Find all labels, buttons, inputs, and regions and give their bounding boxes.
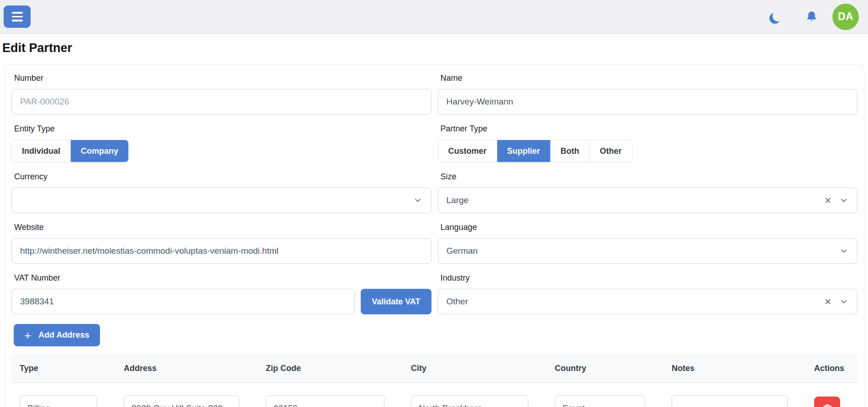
moon-icon — [773, 10, 784, 21]
add-address-label: Add Address — [38, 330, 89, 340]
add-address-button[interactable]: + Add Address — [14, 324, 100, 346]
website-input[interactable] — [11, 238, 431, 264]
menu-button[interactable] — [4, 5, 31, 28]
name-label: Name — [441, 73, 858, 83]
chevron-down-icon — [839, 246, 849, 256]
chevron-down-icon — [839, 195, 849, 205]
number-input[interactable] — [11, 89, 431, 115]
bell-icon — [805, 10, 818, 23]
number-field-group: Number — [11, 73, 431, 115]
partner-type-label: Partner Type — [441, 124, 858, 134]
industry-label: Industry — [441, 273, 858, 283]
dark-mode-toggle[interactable] — [766, 6, 788, 28]
addresses-table-header: Type Address Zip Code City Country Notes… — [11, 354, 857, 383]
size-field-group: Size Large ✕ — [438, 172, 858, 213]
column-header-actions: Actions — [806, 364, 857, 373]
entity-type-group: Entity Type Individual Company — [11, 124, 431, 162]
currency-label: Currency — [14, 172, 431, 182]
size-label: Size — [441, 172, 858, 182]
plus-icon: + — [24, 329, 31, 341]
vat-field-group: VAT Number Validate VAT — [11, 273, 431, 314]
column-header-type: Type — [11, 364, 116, 373]
partner-type-customer-button[interactable]: Customer — [438, 140, 497, 162]
chevron-down-icon — [629, 404, 637, 407]
language-field-group: Language German — [438, 223, 858, 264]
clear-x-icon[interactable]: ✕ — [824, 196, 831, 205]
address-type-select[interactable]: Billing — [20, 395, 97, 407]
size-select[interactable]: Large ✕ — [438, 188, 858, 213]
website-field-group: Website — [11, 223, 431, 264]
edit-partner-card: Number Name Entity Type Individual Compa… — [5, 64, 864, 407]
delete-address-button[interactable] — [814, 397, 840, 407]
currency-field-group: Currency — [11, 172, 431, 213]
topbar: DA — [0, 0, 868, 34]
entity-type-individual-button[interactable]: Individual — [12, 140, 71, 162]
address-type-value: Billing — [27, 403, 81, 407]
industry-value: Other — [447, 297, 825, 307]
entity-type-toggle: Individual Company — [11, 140, 129, 162]
industry-select[interactable]: Other ✕ — [438, 289, 858, 314]
chevron-down-icon — [839, 297, 849, 307]
validate-vat-button[interactable]: Validate VAT — [361, 289, 431, 314]
column-header-city: City — [403, 364, 547, 373]
addresses-table: Type Address Zip Code City Country Notes… — [11, 354, 857, 407]
website-label: Website — [14, 223, 431, 232]
column-header-zip: Zip Code — [258, 364, 403, 373]
language-label: Language — [441, 223, 858, 232]
country-value: Egypt — [563, 403, 629, 407]
city-input[interactable] — [411, 395, 528, 407]
size-value: Large — [447, 195, 825, 205]
partner-type-group: Partner Type Customer Supplier Both Othe… — [438, 124, 858, 162]
language-value: German — [447, 246, 839, 256]
vat-label: VAT Number — [14, 273, 431, 283]
menu-icon — [12, 12, 23, 14]
page-title: Edit Partner — [2, 41, 868, 55]
chevron-down-icon — [81, 404, 89, 407]
clear-x-icon[interactable]: ✕ — [824, 297, 831, 306]
column-header-country: Country — [547, 364, 663, 373]
industry-field-group: Industry Other ✕ — [438, 273, 858, 314]
zip-code-input[interactable] — [266, 395, 384, 407]
country-select[interactable]: Egypt — [555, 395, 645, 407]
language-select[interactable]: German — [438, 238, 858, 264]
partner-type-both-button[interactable]: Both — [551, 140, 590, 162]
chevron-down-icon — [413, 195, 423, 205]
column-header-notes: Notes — [663, 364, 806, 373]
partner-type-toggle: Customer Supplier Both Other — [438, 140, 632, 162]
column-header-address: Address — [116, 364, 258, 373]
partner-form: Number Name Entity Type Individual Compa… — [11, 73, 857, 324]
entity-type-company-button[interactable]: Company — [71, 140, 128, 162]
address-input[interactable] — [124, 395, 239, 407]
partner-type-supplier-button[interactable]: Supplier — [497, 140, 551, 162]
address-table-row: Billing Egypt — [11, 383, 857, 407]
notes-textarea[interactable] — [672, 395, 788, 407]
number-label: Number — [14, 73, 431, 83]
partner-type-other-button[interactable]: Other — [590, 140, 632, 162]
trash-icon — [822, 403, 833, 407]
currency-select[interactable] — [11, 188, 431, 213]
name-input[interactable] — [438, 89, 858, 115]
entity-type-label: Entity Type — [14, 124, 431, 134]
vat-input[interactable] — [11, 289, 355, 314]
avatar[interactable]: DA — [832, 4, 859, 30]
name-field-group: Name — [438, 73, 858, 115]
notifications-button[interactable] — [800, 6, 822, 28]
